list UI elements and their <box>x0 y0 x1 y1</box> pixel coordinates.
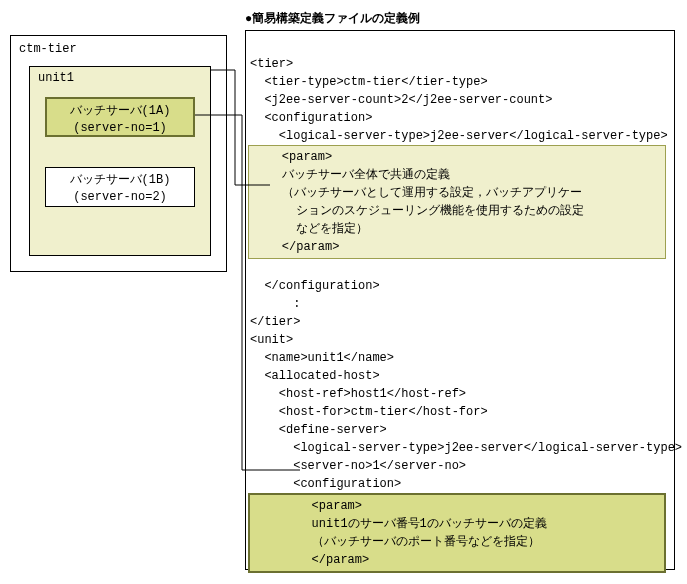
server2-name: バッチサーバ(1B) <box>70 173 171 187</box>
unit-box: unit1 バッチサーバ(1A) (server-no=1) バッチサーバ(1B… <box>29 66 211 256</box>
code-line: <logical-server-type>j2ee-server</logica… <box>250 441 682 455</box>
code-line: <configuration> <box>250 111 372 125</box>
common-param-highlight: <param> バッチサーバ全体で共通の定義 （バッチサーバとして運用する設定，… <box>248 145 666 259</box>
code-line: <tier> <box>250 57 293 71</box>
code-line: （バッチサーバとして運用する設定，バッチアプリケー <box>253 184 661 202</box>
code-line: <define-server> <box>250 423 387 437</box>
code-line: </configuration> <box>250 279 380 293</box>
code-line: バッチサーバ全体で共通の定義 <box>253 166 661 184</box>
code-line: ションのスケジューリング機能を使用するための設定 <box>253 202 661 220</box>
server2-no: (server-no=2) <box>73 190 167 204</box>
code-line: <name>unit1</name> <box>250 351 394 365</box>
code-line: <logical-server-type>j2ee-server</logica… <box>250 129 668 143</box>
server1-no: (server-no=1) <box>73 121 167 135</box>
server-param-highlight: <param> unit1のサーバ番号1のバッチサーバの定義 （バッチサーバのポ… <box>248 493 666 573</box>
batch-server-1a: バッチサーバ(1A) (server-no=1) <box>45 97 195 137</box>
code-line: <tier-type>ctm-tier</tier-type> <box>250 75 488 89</box>
server1-name: バッチサーバ(1A) <box>70 104 171 118</box>
ctm-tier-label: ctm-tier <box>19 42 77 56</box>
code-line: <unit> <box>250 333 293 347</box>
code-line: </param> <box>253 238 661 256</box>
ctm-tier-box: ctm-tier unit1 バッチサーバ(1A) (server-no=1) … <box>10 35 227 272</box>
code-line: : <box>250 297 300 311</box>
batch-server-1b: バッチサーバ(1B) (server-no=2) <box>45 167 195 207</box>
code-line: などを指定） <box>253 220 661 238</box>
code-line: <param> <box>253 148 661 166</box>
diagram-title: ●簡易構築定義ファイルの定義例 <box>245 10 420 27</box>
code-line: <j2ee-server-count>2</j2ee-server-count> <box>250 93 552 107</box>
code-line: <server-no>1</server-no> <box>250 459 466 473</box>
code-example-panel: <tier> <tier-type>ctm-tier</tier-type> <… <box>245 30 675 570</box>
code-line: <host-for>ctm-tier</host-for> <box>250 405 488 419</box>
code-line: （バッチサーバのポート番号などを指定） <box>254 533 660 551</box>
code-line: unit1のサーバ番号1のバッチサーバの定義 <box>254 515 660 533</box>
code-line: <param> <box>254 497 660 515</box>
code-line: <allocated-host> <box>250 369 380 383</box>
unit-label: unit1 <box>38 71 74 85</box>
code-line: </param> <box>254 551 660 569</box>
code-line: <configuration> <box>250 477 401 491</box>
code-line: </tier> <box>250 315 300 329</box>
code-line: <host-ref>host1</host-ref> <box>250 387 466 401</box>
